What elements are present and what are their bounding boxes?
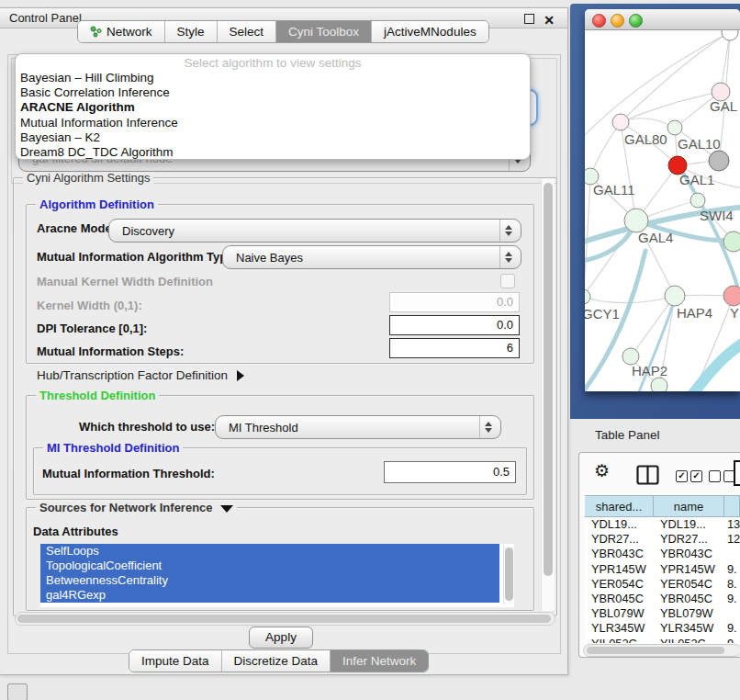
tab-jactivemnodules[interactable]: jActiveMNodules bbox=[372, 21, 488, 42]
cyni-mode-tabs: Impute DataDiscretize DataInfer Network bbox=[129, 649, 429, 672]
aracne-mode-select[interactable]: Discovery bbox=[108, 219, 521, 243]
which-threshold-select[interactable]: MI Threshold bbox=[215, 415, 501, 439]
scrollbar-thumb[interactable] bbox=[505, 548, 513, 601]
gear-icon[interactable]: ⚙ bbox=[594, 462, 610, 480]
network-canvas[interactable]: GALGAL80GAL10GAL1GAL11SWI4GAL4GCY1HAP4YH… bbox=[585, 30, 740, 391]
column-header[interactable]: name bbox=[654, 495, 724, 517]
table-cell: 13 bbox=[724, 517, 740, 532]
table-row[interactable]: YBL079WYBL079W bbox=[585, 606, 740, 621]
algorithm-option[interactable]: Bayesian – K2 bbox=[16, 130, 530, 145]
network-view-window: GALGAL80GAL10GAL1GAL11SWI4GAL4GCY1HAP4YH… bbox=[585, 9, 740, 391]
table-row[interactable]: YPR145WYPR145W9. bbox=[585, 562, 740, 577]
tab-select[interactable]: Select bbox=[218, 21, 277, 42]
document-icon[interactable] bbox=[733, 459, 740, 491]
split-columns-icon[interactable] bbox=[636, 465, 660, 490]
table-row[interactable]: YLR345WYLR345W9. bbox=[585, 621, 740, 636]
attribute-item[interactable]: gal4RGexp bbox=[40, 588, 499, 603]
network-node-y[interactable] bbox=[723, 286, 740, 306]
network-node[interactable] bbox=[722, 30, 738, 40]
algorithm-option[interactable]: Basic Correlation Inference bbox=[16, 85, 530, 100]
network-edge[interactable] bbox=[585, 32, 730, 141]
scrollbar-thumb[interactable] bbox=[587, 647, 724, 654]
close-traffic-light-icon[interactable] bbox=[592, 14, 606, 28]
float-icon[interactable] bbox=[524, 14, 534, 24]
hub-definition-toggle[interactable]: Hub/Transcription Factor Definition bbox=[37, 368, 244, 382]
table-cell: YER054C bbox=[585, 577, 654, 592]
network-edge[interactable] bbox=[691, 339, 740, 391]
attribute-item[interactable]: SelfLoops bbox=[40, 544, 499, 559]
tab-cyni-toolbox[interactable]: Cyni Toolbox bbox=[276, 21, 372, 42]
network-edge[interactable] bbox=[590, 122, 621, 176]
network-node-gcy1[interactable] bbox=[585, 289, 590, 304]
network-window-titlebar[interactable] bbox=[585, 9, 740, 30]
settings-vertical-scrollbar[interactable] bbox=[541, 179, 555, 611]
tab-discretize-data[interactable]: Discretize Data bbox=[222, 650, 331, 672]
minimized-panel-icon[interactable] bbox=[7, 683, 28, 700]
node-label: GAL11 bbox=[593, 182, 635, 198]
node-label: GAL4 bbox=[638, 230, 673, 245]
tab-label: jActiveMNodules bbox=[384, 25, 477, 39]
tab-network[interactable]: Network bbox=[78, 21, 165, 42]
network-node-gal10[interactable] bbox=[667, 120, 682, 135]
table-panel-title: Table Panel bbox=[595, 428, 660, 442]
settings-horizontal-scrollbar[interactable] bbox=[15, 612, 555, 626]
window-title: Control Panel bbox=[9, 11, 82, 25]
zoom-traffic-light-icon[interactable] bbox=[629, 14, 643, 28]
table-row[interactable]: YDL19...YDL19...13 bbox=[585, 517, 740, 532]
unchecked-checkbox-icon[interactable] bbox=[709, 470, 721, 482]
manual-kernel-label: Manual Kernel Width Definition bbox=[37, 275, 213, 288]
application-root: Control Panel ✕ NetworkStyleSelectCyni T… bbox=[0, 0, 740, 700]
close-icon[interactable]: ✕ bbox=[544, 10, 555, 30]
attribute-item[interactable]: TopologicalCoefficient bbox=[40, 559, 499, 573]
tab-impute-data[interactable]: Impute Data bbox=[129, 650, 222, 672]
table-row[interactable]: YBR045CYBR045C9. bbox=[585, 592, 740, 606]
scrollbar-thumb[interactable] bbox=[544, 183, 553, 576]
tab-infer-network[interactable]: Infer Network bbox=[331, 650, 428, 672]
table-row[interactable]: YDR27...YDR27...12 bbox=[585, 532, 740, 547]
table-row[interactable]: YER054CYER054C8. bbox=[585, 577, 740, 592]
sources-group-title[interactable]: Sources for Network Inference bbox=[36, 501, 237, 514]
algorithm-option[interactable]: ARACNE Algorithm bbox=[16, 100, 530, 115]
sources-title-text: Sources for Network Inference bbox=[39, 501, 213, 514]
table-cell: YDL19... bbox=[585, 517, 654, 532]
checked-checkbox-icon[interactable]: ✓ bbox=[676, 470, 688, 482]
column-header[interactable]: shared... bbox=[585, 495, 654, 517]
control-panel-tabs: NetworkStyleSelectCyni ToolboxjActiveMNo… bbox=[77, 20, 489, 43]
node-label: Y bbox=[730, 305, 739, 321]
scrollbar-thumb[interactable] bbox=[17, 615, 551, 623]
table-row[interactable]: YIL052CYIL052C9. bbox=[585, 637, 740, 644]
dropdown-placeholder: Select algorithm to view settings bbox=[16, 55, 530, 71]
kernel-width-input[interactable]: 0.0 bbox=[389, 292, 520, 312]
algorithm-option[interactable]: Dream8 DC_TDC Algorithm bbox=[16, 145, 530, 160]
network-edge[interactable] bbox=[631, 296, 675, 356]
table-cell: 9. bbox=[724, 592, 740, 606]
network-node-swi4[interactable] bbox=[690, 193, 705, 208]
network-node[interactable] bbox=[651, 378, 667, 391]
checked-checkbox-icon[interactable]: ✓ bbox=[690, 470, 702, 482]
mi-threshold-input[interactable]: 0.5 bbox=[384, 461, 516, 483]
network-node[interactable] bbox=[709, 151, 729, 171]
dpi-tolerance-input[interactable]: 0.0 bbox=[389, 315, 520, 335]
network-node-gal80[interactable] bbox=[612, 114, 629, 130]
column-header[interactable] bbox=[724, 495, 740, 517]
table-row[interactable]: YBR043CYBR043C bbox=[585, 547, 740, 561]
apply-button[interactable]: Apply bbox=[249, 627, 313, 649]
mi-algorithm-type-select[interactable]: Naive Bayes bbox=[222, 245, 521, 269]
algorithm-option[interactable]: Bayesian – Hill Climbing bbox=[16, 71, 530, 85]
expand-arrow-icon bbox=[237, 370, 244, 381]
network-edge[interactable] bbox=[585, 176, 590, 297]
mi-steps-input[interactable]: 6 bbox=[389, 338, 520, 358]
algorithm-option[interactable]: Mutual Information Inference bbox=[16, 116, 530, 130]
minimize-traffic-light-icon[interactable] bbox=[611, 14, 624, 28]
manual-kernel-checkbox[interactable] bbox=[500, 274, 515, 288]
table-cell: YPR145W bbox=[585, 562, 654, 577]
aracne-mode-label: Aracne Mode: bbox=[37, 221, 116, 235]
network-node[interactable] bbox=[723, 231, 740, 252]
table-horizontal-scrollbar[interactable] bbox=[583, 644, 740, 657]
table-cell: 9. bbox=[724, 637, 740, 644]
list-vertical-scrollbar[interactable] bbox=[503, 546, 514, 604]
tab-style[interactable]: Style bbox=[165, 21, 218, 42]
attribute-item[interactable]: BetweennessCentrality bbox=[40, 573, 499, 588]
mi-threshold-label: Mutual Information Threshold: bbox=[42, 467, 215, 480]
network-node-hap4[interactable] bbox=[665, 286, 685, 306]
